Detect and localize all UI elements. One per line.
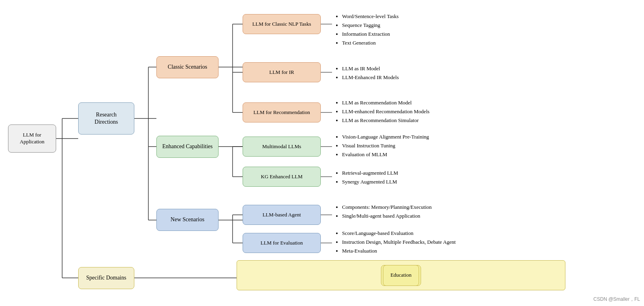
bullet-item: Sequence Tagging	[342, 21, 399, 30]
specific-domains-label: Specific Domains	[86, 274, 126, 282]
enhanced-capabilities-box: Enhanced Capabilities	[156, 136, 219, 158]
multimodal-llms-box: Multimodal LLMs	[243, 137, 321, 157]
bullet-item: Evaluation of MLLM	[342, 150, 429, 159]
bullet-item: LLM-enhanced Recommendation Models	[342, 107, 429, 116]
domain-education: Education	[383, 265, 419, 286]
multimodal-bullet-list: Vision-Language Alignment Pre-TrainingVi…	[335, 133, 429, 159]
kg-enhanced-box: KG Enhanced LLM	[243, 167, 321, 187]
bullet-item: Instruction Design, Multiple Feedbacks, …	[342, 238, 456, 247]
diagram: LLM forApplication ResearchDirections Sp…	[0, 0, 644, 306]
enhanced-capabilities-label: Enhanced Capabilities	[162, 143, 213, 150]
ir-bullet-list: LLM as IR ModelLLM-Enhanced IR Models	[335, 64, 399, 82]
domain-education-label: Education	[391, 272, 412, 279]
classic-scenarios-box: Classic Scenarios	[156, 56, 219, 78]
bullet-item: LLM as IR Model	[342, 64, 399, 73]
llm-application-box: LLM forApplication	[8, 124, 56, 153]
new-scenarios-label: New Scenarios	[170, 216, 204, 223]
llm-application-label: LLM forApplication	[20, 132, 44, 145]
nlp-tasks-box: LLM for Classic NLP Tasks	[243, 14, 321, 34]
specific-domains-box: Specific Domains	[78, 267, 134, 289]
nlp-tasks-label: LLM for Classic NLP Tasks	[252, 21, 311, 28]
bullet-item: Single/Multi-agent based Application	[342, 212, 432, 220]
nlp-bullet-list: Word/Sentence-level TasksSequence Taggin…	[335, 12, 399, 47]
kg-bullet-list: Retrieval-augmented LLMSynergy Augmented…	[335, 169, 398, 186]
bullet-item: Meta-Evaluation	[342, 247, 456, 255]
llm-rec-label: LLM for Recommendation	[253, 109, 310, 116]
bullet-item: Text Generation	[342, 39, 399, 47]
new-scenarios-box: New Scenarios	[156, 209, 219, 231]
bullet-item: LLM as Recommendation Model	[342, 98, 429, 107]
multimodal-llms-label: Multimodal LLMs	[262, 143, 301, 150]
domain-container: Healthcare Finance ScientificResearch La…	[237, 260, 565, 290]
llm-eval-label: LLM for Evaluation	[261, 240, 303, 247]
research-directions-box: ResearchDirections	[78, 102, 134, 135]
bullet-item: Information Extraction	[342, 30, 399, 39]
classic-scenarios-label: Classic Scenarios	[168, 63, 207, 71]
llm-agent-label: LLM-based Agent	[263, 212, 301, 218]
agent-bullet-list: Components: Memory/Planning/ExecutionSin…	[335, 203, 432, 220]
bullet-item: LLM as Recommendation Simulator	[342, 116, 429, 125]
llm-ir-label: LLM for IR	[269, 69, 294, 76]
bullet-item: LLM-Enhanced IR Models	[342, 73, 399, 82]
llm-eval-box: LLM for Evaluation	[243, 233, 321, 253]
llm-ir-box: LLM for IR	[243, 62, 321, 82]
research-directions-label: ResearchDirections	[95, 111, 118, 126]
kg-enhanced-label: KG Enhanced LLM	[261, 173, 303, 180]
bullet-item: Components: Memory/Planning/Execution	[342, 203, 432, 212]
bullet-item: Synergy Augmented LLM	[342, 177, 398, 186]
llm-agent-box: LLM-based Agent	[243, 205, 321, 225]
bullet-item: Score/Language-based Evaluation	[342, 229, 456, 238]
eval-bullet-list: Score/Language-based EvaluationInstructi…	[335, 229, 456, 255]
rec-bullet-list: LLM as Recommendation ModelLLM-enhanced …	[335, 98, 429, 125]
bullet-item: Vision-Language Alignment Pre-Training	[342, 133, 429, 141]
bullet-item: Word/Sentence-level Tasks	[342, 12, 399, 21]
llm-rec-box: LLM for Recommendation	[243, 102, 321, 122]
bullet-item: Visual Instruction Tuning	[342, 141, 429, 150]
bullet-item: Retrieval-augmented LLM	[342, 169, 398, 177]
watermark: CSDN @Smaller，FL	[593, 296, 640, 303]
